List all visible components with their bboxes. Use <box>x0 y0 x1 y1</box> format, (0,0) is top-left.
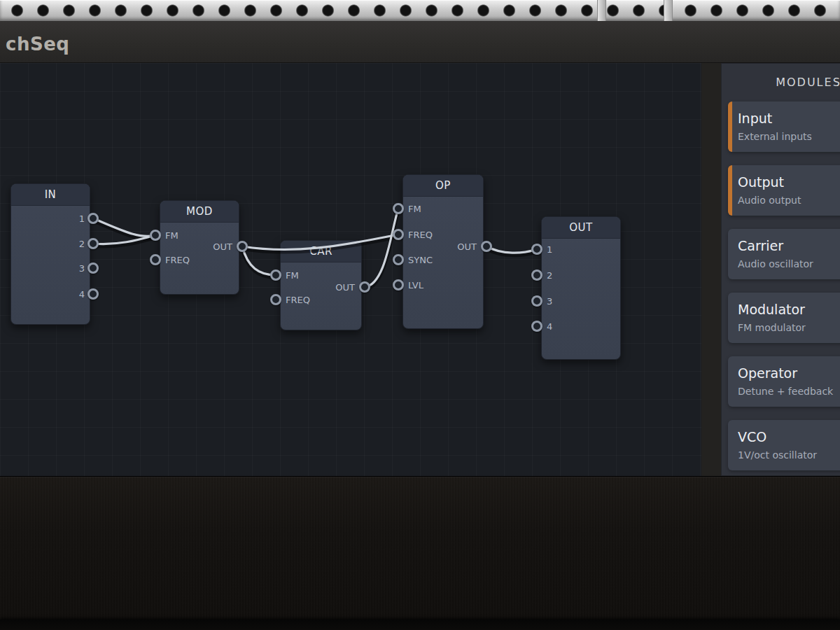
port-mod-fm[interactable] <box>150 230 161 241</box>
port-label-in-3: 3 <box>59 264 85 273</box>
panel-bottom-edge <box>0 620 840 630</box>
node-out[interactable]: OUT <box>541 216 621 360</box>
palette-item-subtitle: Audio output <box>738 195 840 206</box>
port-car-freq[interactable] <box>270 294 281 305</box>
port-label-car-fm: FM <box>286 271 299 280</box>
port-label-out-4: 4 <box>547 322 552 331</box>
port-op-freq[interactable] <box>393 229 404 240</box>
app-title: chSeq <box>6 34 69 55</box>
palette-item-modulator[interactable]: Modulator FM modulator <box>728 293 840 343</box>
port-label-mod-out: OUT <box>189 242 232 251</box>
port-label-in-2: 2 <box>59 239 85 248</box>
node-out-title: OUT <box>542 217 620 239</box>
palette-item-title: VCO <box>738 429 840 444</box>
palette-item-operator[interactable]: Operator Detune + feedback <box>728 356 840 407</box>
node-car-title: CAR <box>281 241 361 262</box>
palette-item-subtitle: 1V/oct oscillator <box>738 449 840 461</box>
port-label-out-3: 3 <box>547 297 552 306</box>
port-mod-freq[interactable] <box>150 254 161 265</box>
port-label-op-fm: FM <box>408 204 421 214</box>
title-bar: chSeq <box>0 21 840 63</box>
port-label-op-sync: SYNC <box>408 255 433 265</box>
palette-item-subtitle: External inputs <box>738 131 840 142</box>
port-out-4[interactable] <box>531 321 542 332</box>
port-label-op-lvl: LVL <box>408 281 424 290</box>
palette-item-title: Operator <box>738 365 840 381</box>
port-label-in-4: 4 <box>59 290 85 299</box>
port-op-sync[interactable] <box>393 254 404 265</box>
port-op-fm[interactable] <box>393 203 404 214</box>
port-op-lvl[interactable] <box>393 279 404 290</box>
port-in-2[interactable] <box>88 238 99 249</box>
palette-item-input[interactable]: Input External inputs <box>728 102 840 152</box>
port-label-out-2: 2 <box>547 271 552 280</box>
node-mod-title: MOD <box>160 201 239 223</box>
app-window: chSeq IN MOD CAR OP OUT 1 2 3 4 FM FREQ … <box>0 0 840 630</box>
palette-item-vco[interactable]: VCO 1V/oct oscillator <box>728 420 840 470</box>
patch-canvas[interactable]: IN MOD CAR OP OUT 1 2 3 4 FM FREQ OUT FM… <box>0 63 701 476</box>
port-in-3[interactable] <box>88 262 99 274</box>
patch-cable-opout-out1[interactable] <box>486 246 537 253</box>
palette-item-output[interactable]: Output Audio output <box>728 165 840 216</box>
rail-joint <box>664 0 673 21</box>
port-label-mod-freq: FREQ <box>165 255 190 265</box>
module-palette: MODULES Input External inputs Output Aud… <box>721 63 840 476</box>
port-car-out[interactable] <box>359 281 370 293</box>
port-label-op-freq: FREQ <box>408 230 433 239</box>
palette-item-subtitle: Audio oscillator <box>738 258 840 270</box>
port-out-3[interactable] <box>531 295 542 307</box>
palette-item-title: Input <box>738 111 840 126</box>
port-mod-out[interactable] <box>237 241 248 252</box>
palette-item-title: Output <box>738 174 840 190</box>
port-label-in-1: 1 <box>59 214 85 223</box>
port-car-fm[interactable] <box>270 270 281 281</box>
patch-cable-carout-opfm[interactable] <box>365 209 398 287</box>
palette-item-subtitle: Detune + feedback <box>738 386 840 397</box>
rail-joint <box>597 0 606 21</box>
port-op-out[interactable] <box>481 241 492 252</box>
port-out-2[interactable] <box>531 270 542 281</box>
port-label-op-out: OUT <box>433 242 477 251</box>
rack-rail-top <box>0 0 840 22</box>
palette-item-carrier[interactable]: Carrier Audio oscillator <box>728 229 840 279</box>
port-in-1[interactable] <box>88 213 99 224</box>
palette-item-title: Modulator <box>738 302 840 317</box>
patch-cable-in1-modfm[interactable] <box>93 218 155 236</box>
port-label-car-freq: FREQ <box>286 295 310 304</box>
port-label-mod-fm: FM <box>165 231 178 240</box>
port-label-car-out: OUT <box>312 283 355 292</box>
port-label-out-1: 1 <box>547 245 552 254</box>
patch-cable-in2-modfm[interactable] <box>93 235 155 244</box>
palette-item-subtitle: FM modulator <box>738 322 840 333</box>
node-in[interactable]: IN <box>10 183 90 325</box>
palette-item-title: Carrier <box>738 238 840 253</box>
node-in-title: IN <box>11 184 90 206</box>
node-op-title: OP <box>403 175 483 197</box>
patch-cable-modout-carfm[interactable] <box>242 246 276 275</box>
module-palette-header: MODULES <box>721 63 840 102</box>
port-out-1[interactable] <box>531 244 542 255</box>
port-in-4[interactable] <box>88 288 99 300</box>
node-op[interactable]: OP <box>402 174 484 329</box>
hardware-panel: CLOCK RESET MODE LENGTH INPUTS OUTPUTS R… <box>0 476 840 630</box>
